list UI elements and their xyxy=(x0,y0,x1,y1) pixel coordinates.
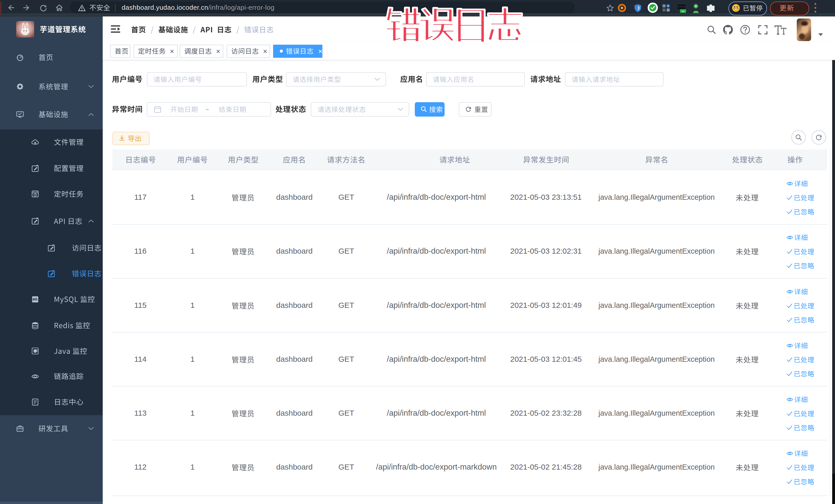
svg-text:on: on xyxy=(682,10,684,13)
